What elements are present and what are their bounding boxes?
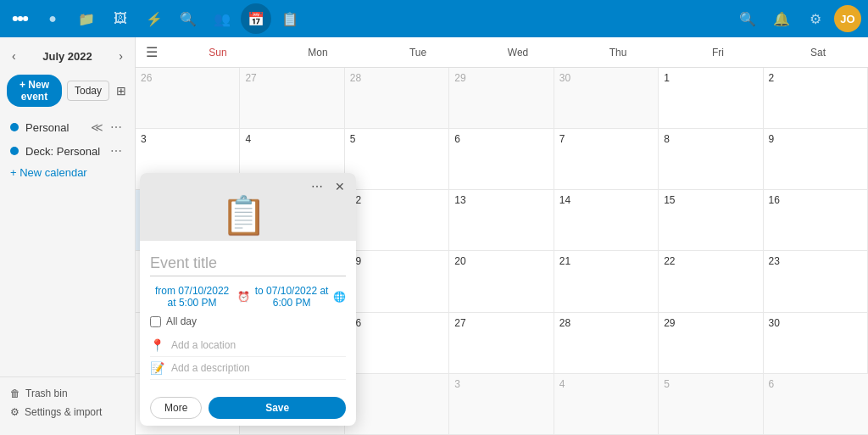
popup-footer: More Save bbox=[140, 390, 356, 426]
month-label: July 2022 bbox=[42, 50, 92, 63]
day-cell[interactable]: 30 bbox=[554, 68, 659, 129]
sidebar-bottom: 🗑 Trash bin ⚙ Settings & import bbox=[0, 376, 135, 428]
day-cell[interactable]: 6 bbox=[449, 129, 554, 190]
day-cell[interactable]: 28 bbox=[554, 313, 659, 374]
day-cell[interactable]: 13 bbox=[449, 190, 554, 251]
next-month-button[interactable]: › bbox=[114, 47, 128, 64]
search-nav-icon[interactable]: 🔍 bbox=[173, 3, 203, 34]
calendar-personal[interactable]: Personal ≪ ⋯ bbox=[3, 116, 131, 138]
settings-import-label: Settings & import bbox=[25, 406, 102, 418]
day-cell[interactable]: 3 bbox=[449, 374, 554, 435]
day-cell[interactable]: 21 bbox=[554, 251, 659, 312]
calendar-nav-icon[interactable]: 📅 bbox=[241, 3, 271, 34]
day-cell[interactable]: 16 bbox=[764, 190, 868, 251]
prev-month-button[interactable]: ‹ bbox=[7, 47, 21, 64]
personal-menu-button[interactable]: ⋯ bbox=[108, 120, 125, 135]
day-cell[interactable]: 5 bbox=[659, 374, 763, 435]
activity-nav-icon[interactable]: ⚡ bbox=[139, 3, 170, 34]
settings-import-item[interactable]: ⚙ Settings & import bbox=[7, 403, 128, 421]
to-time-button[interactable]: to 07/10/2022 at 6:00 PM bbox=[253, 285, 330, 309]
day-cell[interactable]: 27 bbox=[240, 68, 344, 129]
popup-more-button[interactable]: ⋯ bbox=[307, 178, 327, 195]
event-title-input[interactable] bbox=[150, 251, 346, 276]
from-time-button[interactable]: from 07/10/2022 at 5:00 PM bbox=[150, 285, 234, 309]
trash-bin-item[interactable]: 🗑 Trash bin bbox=[7, 384, 128, 403]
day-cell[interactable]: 2 bbox=[764, 68, 868, 129]
day-cell[interactable]: 14 bbox=[554, 190, 659, 251]
personal-dot bbox=[10, 123, 19, 131]
calendar-deck-personal[interactable]: Deck: Personal ⋯ bbox=[3, 140, 131, 162]
notes-nav-icon[interactable]: 📋 bbox=[275, 3, 305, 34]
settings-button[interactable]: ⚙ bbox=[800, 3, 831, 34]
topbar: ● 📁 🖼 ⚡ 🔍 👥 📅 📋 🔍 🔔 ⚙ JO bbox=[0, 0, 868, 37]
hamburger-button[interactable]: ☰ bbox=[136, 44, 168, 60]
topbar-right: 🔍 🔔 ⚙ JO bbox=[732, 3, 861, 34]
header-mon: Mon bbox=[268, 40, 368, 65]
dashboard-nav-icon[interactable]: ● bbox=[37, 3, 68, 34]
deck-personal-menu-button[interactable]: ⋯ bbox=[108, 143, 125, 159]
svg-point-2 bbox=[23, 16, 28, 21]
header-tue: Tue bbox=[368, 40, 468, 65]
clipboard-illustration: 📋 bbox=[220, 193, 267, 237]
trash-bin-label: Trash bin bbox=[25, 388, 68, 399]
location-icon: 📍 bbox=[150, 338, 164, 352]
notifications-button[interactable]: 🔔 bbox=[766, 3, 797, 34]
day-cell[interactable]: 29 bbox=[449, 68, 554, 129]
day-cell[interactable]: 8 bbox=[659, 129, 763, 190]
day-cell[interactable]: 28 bbox=[345, 68, 449, 129]
day-cell[interactable]: 6 bbox=[764, 374, 868, 435]
header-sat: Sat bbox=[768, 40, 868, 65]
allday-row: All day bbox=[150, 315, 346, 327]
day-cell[interactable]: 30 bbox=[764, 313, 868, 374]
popup-header: 📋 ⋯ ✕ bbox=[140, 173, 356, 241]
description-placeholder-text: Add a description bbox=[171, 362, 250, 374]
day-cell[interactable]: 22 bbox=[659, 251, 763, 312]
day-cell[interactable]: 7 bbox=[554, 129, 659, 190]
save-event-button[interactable]: Save bbox=[209, 397, 346, 419]
day-cell[interactable]: 9 bbox=[764, 129, 868, 190]
day-cell[interactable]: 23 bbox=[764, 251, 868, 312]
popup-close-button[interactable]: ✕ bbox=[331, 178, 349, 195]
new-event-popup: 📋 ⋯ ✕ from 07/10/2022 at 5:00 PM ⏰ to 07… bbox=[140, 173, 356, 426]
day-cell[interactable]: 12 bbox=[345, 190, 449, 251]
new-calendar-button[interactable]: + New calendar bbox=[0, 163, 135, 182]
calendar-personal-label: Personal bbox=[25, 121, 88, 134]
day-cell[interactable]: 19 bbox=[345, 251, 449, 312]
day-cell[interactable]: 29 bbox=[659, 313, 763, 374]
global-search-button[interactable]: 🔍 bbox=[732, 3, 763, 34]
contacts-nav-icon[interactable]: 👥 bbox=[207, 3, 237, 34]
timezone-icon: 🌐 bbox=[333, 291, 346, 303]
day-cell[interactable]: 15 bbox=[659, 190, 763, 251]
day-cell[interactable]: 26 bbox=[136, 68, 240, 129]
calendar-header: ☰ Sun Mon Tue Wed Thu Fri Sat bbox=[136, 37, 868, 68]
files-nav-icon[interactable]: 📁 bbox=[71, 3, 102, 34]
day-cell[interactable]: 26 bbox=[345, 313, 449, 374]
calendar-deck-personal-label: Deck: Personal bbox=[25, 145, 108, 158]
header-fri: Fri bbox=[668, 40, 768, 65]
day-cell[interactable]: 2 bbox=[345, 374, 449, 435]
time-row: from 07/10/2022 at 5:00 PM ⏰ to 07/10/20… bbox=[150, 285, 346, 309]
description-row[interactable]: 📝 Add a description bbox=[150, 357, 346, 380]
day-cell[interactable]: 1 bbox=[659, 68, 763, 129]
new-event-row: + New event Today ⊞ bbox=[0, 71, 135, 110]
sidebar: ‹ July 2022 › + New event Today ⊞ Person… bbox=[0, 37, 136, 435]
calendar-main: ☰ Sun Mon Tue Wed Thu Fri Sat 26 27 28 2… bbox=[136, 37, 868, 435]
month-navigator: ‹ July 2022 › bbox=[0, 44, 135, 68]
day-cell[interactable]: 4 bbox=[554, 374, 659, 435]
svg-point-0 bbox=[18, 16, 23, 21]
more-options-button[interactable]: More bbox=[150, 397, 202, 419]
view-toggle-button[interactable]: ⊞ bbox=[114, 82, 128, 99]
deck-personal-dot bbox=[10, 147, 19, 155]
allday-label: All day bbox=[166, 315, 197, 327]
new-event-button[interactable]: + New event bbox=[7, 75, 62, 107]
allday-checkbox[interactable] bbox=[150, 316, 161, 327]
avatar[interactable]: JO bbox=[834, 5, 861, 32]
personal-share-button[interactable]: ≪ bbox=[88, 120, 106, 135]
day-cell[interactable]: 27 bbox=[449, 313, 554, 374]
day-cell[interactable]: 20 bbox=[449, 251, 554, 312]
location-row[interactable]: 📍 Add a location bbox=[150, 334, 346, 357]
today-button[interactable]: Today bbox=[67, 81, 109, 101]
photos-nav-icon[interactable]: 🖼 bbox=[105, 3, 136, 34]
day-cell[interactable]: 5 bbox=[345, 129, 449, 190]
new-calendar-label: + New calendar bbox=[10, 166, 87, 179]
